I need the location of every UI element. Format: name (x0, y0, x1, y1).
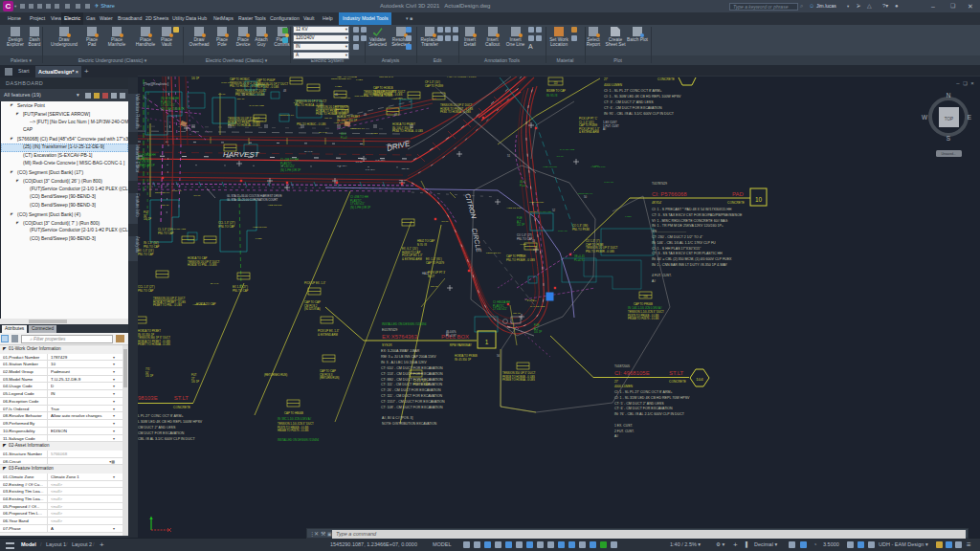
svg-text:PNL TO HOB0C - 0 LBS: PNL TO HOB0C - 0 LBS (235, 93, 265, 97)
svg-text:(RETURNED RUN): (RETURNED RUN) (264, 373, 287, 377)
svg-text:IN: 146' - CBL 1/0 AL 1-1/: IN: 146' - CBL 1/0 AL 1-1/C 17KV CLP FU (652, 241, 716, 245)
svg-text:PNL TO CAP: PNL TO CAP (517, 237, 533, 241)
svg-text:HOB TO PNL: HOB TO PNL (543, 165, 558, 168)
svg-text:TENSION 1/0: TENSION 1/0 (279, 114, 295, 117)
svg-text:E01787429: E01787429 (382, 328, 398, 332)
svg-text:IN: 1 - TR PM M DE 25KVA 1: IN: 1 - TR PM M DE 25KVA 12KV 120/240 1P… (652, 224, 724, 228)
svg-text:SYS1R: SYS1R (382, 343, 392, 347)
svg-text:27': 27' (604, 77, 609, 81)
svg-text:PKBET TO PNL - 0 LBS: PKBET TO PNL - 0 LBS (153, 303, 182, 307)
svg-text:PAD: PAD (732, 191, 745, 197)
svg-text:PNL TO CAP: PNL TO CAP (138, 289, 154, 293)
svg-text:(N) 1-PH (OR 1P: (N) 1-PH (OR 1P (350, 206, 370, 209)
svg-text:0 LBS: 0 LBS (625, 215, 632, 218)
svg-text:CAP TO HOB: CAP TO HOB (171, 228, 187, 231)
svg-text:48: 48 (283, 89, 287, 93)
svg-text:HOB TO PNL: HOB TO PNL (268, 204, 283, 207)
svg-text:IPNL TO CAP: IPNL TO CAP (218, 225, 234, 229)
svg-text:CAP TO HOB: CAP TO HOB (537, 210, 552, 213)
svg-text:CM DUCT FOR EXCAVATION: CM DUCT FOR EXCAVATION (138, 431, 185, 435)
svg-text:GL STA:15+84.00 COLTON HARVES: GL STA:15+84.00 COLTON HARVEST DRIVE (227, 194, 282, 198)
svg-text:1-3" (24'): 1-3" (24') (366, 168, 375, 171)
svg-text:CI: 4968105E: CI: 4968105E (614, 370, 650, 376)
svg-text:100: 100 (643, 295, 648, 298)
svg-text:RPM PARKWAY: RPM PARKWAY (450, 343, 473, 347)
svg-text:A#, B# & C# [POS. 3]: A#, B# & C# [POS. 3] (382, 416, 412, 420)
svg-text:TOP: TOP (945, 117, 953, 121)
svg-text:52: 52 (552, 209, 556, 212)
svg-text:NOTE: DISTRIBUTION EXCAVATION: NOTE: DISTRIBUTION EXCAVATION (382, 422, 437, 426)
svg-text:TENSION 1/0: TENSION 1/0 (578, 192, 593, 195)
svg-text:PNL TO PKB6R - 0 LBS: PNL TO PKB6R - 0 LBS (506, 258, 535, 262)
svg-text:HOB1B TO PNL - 0 LBS: HOB1B TO PNL - 0 LBS (188, 263, 216, 267)
svg-text:IN: 1 - CNN BAR INS LT DUT: IN: 1 - CNN BAR INS LT DUTY #8-350 1P 4-… (652, 263, 728, 267)
svg-text:IN: 95 #8: IN: 95 #8 (546, 94, 558, 98)
svg-text:53: 53 (532, 239, 536, 243)
svg-text:1/0 1P: 1/0 1P (193, 194, 201, 197)
svg-text:CT: 3 - SS TAX EXCV CST FO: CT: 3 - SS TAX EXCV CST FOR PLASTIC HH (652, 252, 723, 255)
svg-text:PNL TO PKB8R - 0 LBS: PNL TO PKB8R - 0 LBS (586, 250, 614, 253)
svg-text:& EXTEND ARM: & EXTEND ARM (579, 130, 599, 134)
svg-text:W: W (922, 114, 928, 121)
svg-text:PNL TO HOB1A - 0 LBS: PNL TO HOB1A - 0 LBS (364, 94, 392, 98)
svg-text:& EXTEND ARM: & EXTEND ARM (402, 257, 422, 261)
svg-text:46: 46 (335, 93, 339, 97)
svg-text:PKBET TO HOB4A - 0 LBS: PKBET TO HOB4A - 0 LBS (138, 342, 170, 346)
svg-text:1/0 1P: 1/0 1P (191, 380, 199, 384)
svg-text:FL=0: FL=0 (341, 136, 347, 140)
svg-text:350 1P: 350 1P (324, 117, 332, 120)
svg-text:PICK UP: PICK UP (172, 189, 182, 192)
svg-text:ST.LT: ST.LT (174, 395, 189, 401)
svg-text:HOB TO PNL: HOB TO PNL (192, 303, 208, 306)
svg-text:EX: 3-200A 3WAY J-BAR: EX: 3-200A 3WAY J-BAR (381, 349, 420, 353)
svg-text:–: – (956, 80, 960, 86)
svg-text:EX 1-3": EX 1-3" (304, 150, 313, 153)
svg-text:0 LBS: 0 LBS (371, 132, 378, 135)
svg-text:1/0 1P: 1/0 1P (556, 155, 564, 158)
svg-text:HB06B TO P4379 - 0 LBS: HB06B TO P4379 - 0 LBS (278, 429, 309, 432)
svg-text:HOB TO PNL: HOB TO PNL (334, 121, 349, 124)
svg-text:104: 104 (696, 377, 703, 382)
svg-text:PICK UP EX. 1-3": PICK UP EX. 1-3" (304, 281, 325, 285)
svg-text:1/0 1P: 1/0 1P (441, 220, 449, 223)
svg-text:TENSION 1/0: TENSION 1/0 (155, 191, 170, 194)
svg-text:E: E (968, 114, 972, 121)
svg-text:CI: 1 - SL 31W LED 4K CB H: CI: 1 - SL 31W LED 4K CB HD REPL 70W HPS… (614, 396, 690, 400)
svg-text:(N) 1-PH (OR 1P: (N) 1-PH (OR 1P (280, 168, 301, 172)
svg-text:CT: 5' - CM DUCT 2" AND LE: CT: 5' - CM DUCT 2" AND LESS (614, 402, 664, 406)
svg-text:PKB6B TO HOB6A - 0 LBS: PKB6B TO HOB6A - 0 LBS (502, 378, 535, 382)
svg-text:CAP TO HOB: CAP TO HOB (530, 305, 546, 308)
svg-text:350 1P: 350 1P (162, 204, 169, 207)
svg-text:CM DUCT 2" AND LESS: CM DUCT 2" AND LESS (138, 426, 176, 430)
svg-text:CT: 6' - CM DUCT FOR EXCAV: CT: 6' - CM DUCT FOR EXCAVATION (614, 407, 673, 410)
svg-text:M+27: M+27 (428, 275, 435, 278)
svg-text:HOB TO PNL: HOB TO PNL (253, 226, 268, 229)
svg-text:N 70 #8: N 70 #8 (417, 243, 427, 247)
svg-text:CT: 6' - CM DUCT FOR EXCAV: CT: 6' - CM DUCT FOR EXCAVATION (604, 106, 662, 110)
svg-text:CI: 1 - S HH PLAS 17"X30"X: CI: 1 - S HH PLAS 17"X30"X15" (652, 247, 702, 251)
svg-text:PKB4 TO HOB1A - 0 LBS: PKB4 TO HOB1A - 0 LBS (392, 129, 423, 133)
svg-text:CAP TO HOB1A: CAP TO HOB1A (337, 77, 357, 78)
svg-text:1 EX. CUST.: 1 EX. CUST. (614, 424, 633, 428)
svg-text:(N) 1-PH 25KVA TR: (N) 1-PH 25KVA TR (161, 107, 185, 111)
svg-text:A#: A# (652, 279, 656, 283)
svg-text:0 LBS: 0 LBS (356, 78, 363, 81)
svg-text:1/0 1P: 1/0 1P (517, 223, 524, 227)
svg-text:0 LBS: 0 LBS (335, 85, 342, 88)
svg-text:CT: 111' - CM DUCT FOR EXC: CT: 111' - CM DUCT FOR EXCAVATION (381, 394, 443, 398)
svg-text:EX:X5764363: EX:X5764363 (382, 334, 418, 340)
svg-text:0 LBS: 0 LBS (520, 243, 526, 246)
svg-text:CT: 111' - CM DUCT FOR EXC: CT: 111' - CM DUCT FOR EXCAVATION (381, 383, 443, 386)
svg-text:IN: 3 - AJ LBC 1/0 200A 12: IN: 3 - AJ LBC 1/0 200A 12KV (381, 361, 427, 364)
svg-text:4 FUT. CUST.: 4 FUT. CUST. (652, 274, 672, 277)
svg-text:N: N (947, 92, 951, 99)
svg-text:50: 50 (584, 195, 588, 199)
svg-text:PNL TO HOB0C - 0 LBS: PNL TO HOB0C - 0 LBS (297, 122, 326, 126)
svg-text:PULL BOX: PULL BOX (441, 334, 469, 340)
svg-text:CT: 3' - CM DUCT 2" AND LE: CT: 3' - CM DUCT 2" AND LESS (604, 100, 654, 104)
svg-text:PNL TO CAP: PNL TO CAP (233, 289, 249, 293)
svg-text:HOB TO PNL: HOB TO PNL (507, 207, 523, 209)
svg-text:TENSION 1/0: TENSION 1/0 (486, 252, 501, 254)
svg-text:CT: 108' - CM DUCT FOR EXC: CT: 108' - CM DUCT FOR EXCAVATION (381, 406, 443, 409)
svg-text:PICK UP: PICK UP (558, 230, 568, 232)
